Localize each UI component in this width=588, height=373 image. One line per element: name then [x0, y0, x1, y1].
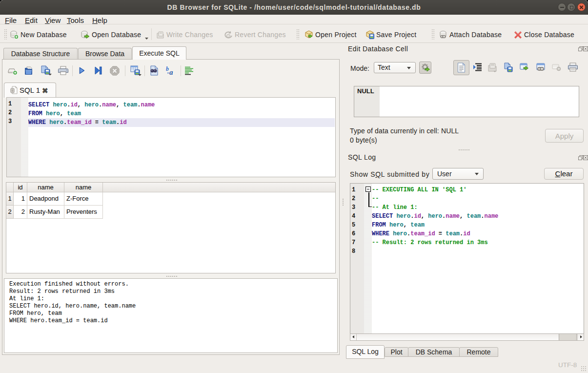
svg-text:b: b: [166, 66, 169, 72]
svg-text:a: a: [169, 68, 173, 76]
